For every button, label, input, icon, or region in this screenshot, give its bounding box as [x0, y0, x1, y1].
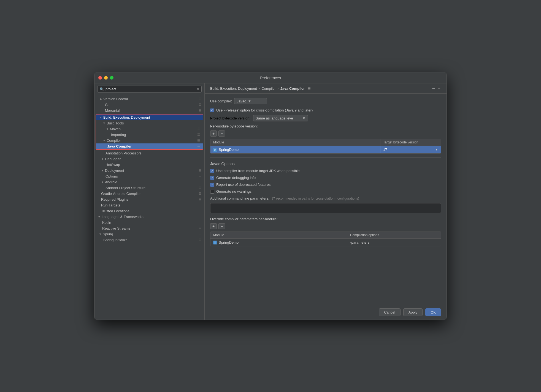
sidebar-item-annotation-processors[interactable]: Annotation Processors ☰ — [94, 150, 204, 156]
sidebar-item-debugger[interactable]: ▼ Debugger — [94, 156, 204, 162]
bytecode-arrow-icon: ▼ — [302, 116, 306, 120]
version-dropdown-arrow[interactable]: ▼ — [435, 148, 438, 151]
main-content: 🔍 ✕ ▶ Version Control ☰ Git ☰ — [94, 83, 447, 320]
sidebar-item-mercurial[interactable]: Mercurial ☰ — [94, 108, 204, 113]
add-override-button[interactable]: + — [210, 223, 217, 229]
nav-back-arrow[interactable]: ← — [432, 86, 435, 91]
opt2-checkbox[interactable] — [210, 176, 214, 180]
add-module-button[interactable]: + — [210, 130, 217, 137]
breadcrumb-sep1: › — [259, 86, 260, 91]
use-compiler-dropdown[interactable]: Javac ▼ — [234, 98, 267, 104]
arrow-icon: ▼ — [99, 233, 102, 236]
sidebar-item-importing[interactable]: Importing ☰ — [96, 132, 203, 138]
titlebar: Preferences — [94, 72, 447, 83]
svg-rect-1 — [214, 149, 216, 149]
breadcrumb-part1: Build, Execution, Deployment — [210, 86, 257, 91]
sidebar-item-spring[interactable]: ▼ Spring ☰ — [94, 231, 204, 237]
opt2-row: Generate debugging info — [210, 176, 441, 180]
sidebar-item-deployment[interactable]: ▼ Deployment ☰ — [94, 168, 204, 173]
remove-override-button[interactable]: − — [218, 223, 225, 229]
sidebar-tree: ▶ Version Control ☰ Git ☰ Mercurial ☰ — [94, 95, 204, 320]
release-option-row: Use '--release' option for cross-compila… — [210, 108, 441, 112]
ok-button[interactable]: OK — [425, 308, 441, 316]
highlighted-group: ▼ Build, Execution, Deployment ▼ Build T… — [96, 114, 203, 150]
breadcrumb: Build, Execution, Deployment › Compiler … — [210, 86, 311, 91]
bytecode-label: Project bytecode version: — [210, 116, 250, 120]
sidebar-item-git[interactable]: Git ☰ — [94, 102, 204, 108]
sidebar-item-run-targets[interactable]: Run Targets ☰ — [94, 202, 204, 208]
compilation-cell: -parameters — [347, 239, 441, 246]
override-module-cell: SpringDemo — [210, 239, 347, 246]
arrow-icon: ▼ — [103, 122, 106, 125]
bookmark-icon: ☰ — [197, 121, 200, 125]
release-option-checkbox[interactable] — [210, 108, 214, 112]
svg-rect-0 — [214, 148, 217, 151]
breadcrumb-bar: Build, Execution, Deployment › Compiler … — [205, 83, 447, 94]
search-clear-icon[interactable]: ✕ — [197, 87, 199, 91]
bytecode-value: Same as language leve — [256, 116, 293, 120]
bytecode-dropdown[interactable]: Same as language leve ▼ — [253, 115, 308, 121]
bookmark-icon: ☰ — [197, 139, 200, 142]
module-cell: SpringDemo — [210, 146, 380, 153]
module-table-header: Module Target bytecode version — [210, 139, 441, 146]
opt3-row: Report use of deprecated features — [210, 183, 441, 187]
sidebar-item-required-plugins[interactable]: Required Plugins ☰ — [94, 197, 204, 202]
window-title: Preferences — [260, 76, 281, 80]
cmd-params-label: Additional command line parameters: — [210, 196, 269, 200]
sidebar-item-build-tools[interactable]: ▼ Build Tools ☰ — [96, 120, 203, 126]
nav-forward-arrow[interactable]: → — [437, 86, 441, 91]
override-table-row[interactable]: SpringDemo -parameters — [210, 239, 441, 246]
sidebar-item-build-execution-deployment[interactable]: ▼ Build, Execution, Deployment — [96, 115, 203, 120]
arrow-icon: ▼ — [101, 181, 104, 184]
traffic-lights — [98, 76, 113, 80]
per-module-label: Per-module bytecode version: — [210, 124, 441, 128]
search-input[interactable] — [106, 87, 195, 91]
arrow-icon: ▼ — [103, 139, 106, 142]
sidebar-item-spring-initializr[interactable]: Spring Initializr ☰ — [94, 237, 204, 243]
apply-button[interactable]: Apply — [403, 308, 423, 316]
maximize-button[interactable] — [110, 76, 113, 80]
sidebar-item-version-control[interactable]: ▶ Version Control ☰ — [94, 96, 204, 102]
sidebar-item-android[interactable]: ▼ Android — [94, 179, 204, 185]
sidebar-item-reactive-streams[interactable]: Reactive Streams ☰ — [94, 225, 204, 231]
sidebar-item-android-project-structure[interactable]: Android Project Structure ☰ — [94, 185, 204, 191]
bookmark-icon: ☰ — [199, 186, 202, 190]
table-row[interactable]: SpringDemo 17 ▼ — [210, 146, 441, 153]
cmd-params-input[interactable] — [210, 203, 441, 213]
cmd-params-hint: ('/' recommended in paths for cross-plat… — [272, 197, 359, 200]
close-button[interactable] — [98, 76, 102, 80]
target-col-header: Target bytecode version — [380, 139, 441, 146]
opt3-checkbox[interactable] — [210, 183, 214, 187]
sidebar-item-compiler[interactable]: ▼ Compiler ☰ — [96, 138, 203, 143]
sidebar-item-kotlin[interactable]: Kotlin — [94, 220, 204, 225]
bottom-bar: Cancel Apply OK — [205, 305, 447, 320]
bookmark-icon: ☰ — [199, 198, 202, 201]
override-table-header: Module Compilation options — [210, 232, 441, 239]
bookmark-icon: ☰ — [199, 97, 202, 101]
bookmark-icon: ☰ — [197, 127, 200, 131]
arrow-icon: ▼ — [106, 127, 109, 130]
sidebar-item-trusted-locations[interactable]: Trusted Locations — [94, 208, 204, 214]
svg-rect-3 — [214, 241, 217, 244]
cancel-button[interactable]: Cancel — [379, 308, 400, 316]
opt1-checkbox[interactable] — [210, 169, 214, 173]
dropdown-arrow-icon: ▼ — [248, 99, 251, 103]
sidebar-item-options[interactable]: Options ☰ — [94, 173, 204, 179]
svg-rect-2 — [214, 150, 215, 151]
search-icon: 🔍 — [100, 87, 104, 91]
bookmark-icon: ☰ — [199, 151, 202, 155]
search-wrap[interactable]: 🔍 ✕ — [97, 86, 202, 92]
use-compiler-value: Javac — [237, 99, 246, 103]
sidebar-item-gradle-android-compiler[interactable]: Gradle-Android Compiler ☰ — [94, 191, 204, 197]
opt4-checkbox[interactable] — [210, 190, 214, 194]
bookmark-icon: ☰ — [199, 103, 202, 107]
sidebar-item-hotswap[interactable]: HotSwap — [94, 162, 204, 168]
sidebar-item-java-compiler[interactable]: Java Compiler ☰ — [96, 143, 203, 149]
sidebar-item-languages-frameworks[interactable]: ▼ Languages & Frameworks — [94, 214, 204, 220]
remove-module-button[interactable]: − — [218, 130, 225, 137]
sidebar-item-maven[interactable]: ▼ Maven ☰ — [96, 126, 203, 132]
bookmark-icon: ☰ — [199, 232, 202, 236]
svg-rect-5 — [214, 243, 215, 243]
opt3-label: Report use of deprecated features — [216, 183, 270, 187]
minimize-button[interactable] — [104, 76, 108, 80]
